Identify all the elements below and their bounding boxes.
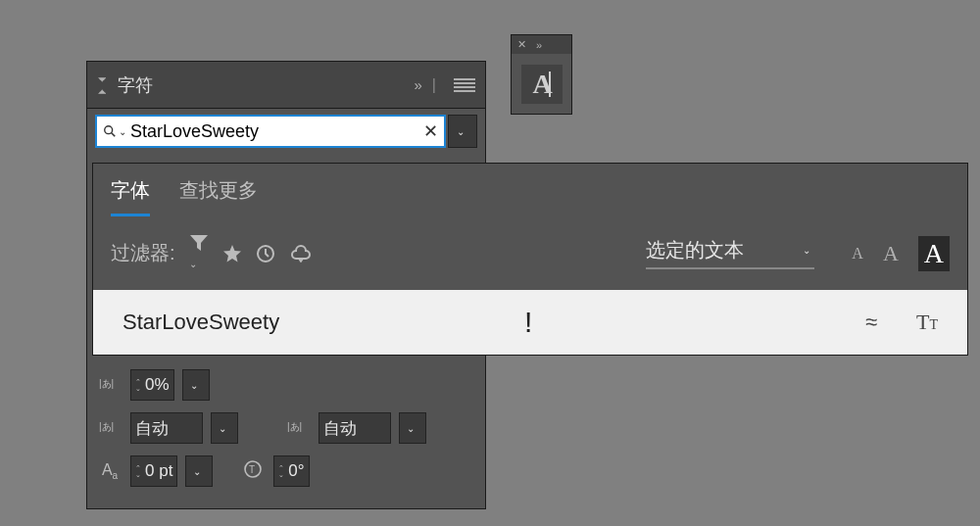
font-result-sample: ! [524, 306, 865, 339]
expand-right-icon[interactable]: » [415, 76, 422, 93]
text-tool-panel: ✕ » A [511, 34, 572, 115]
font-picker-flyout: 字体 查找更多 过滤器: ⌄ 选定的文本 ⌄ A A A StarLoveSwe… [92, 163, 968, 356]
filter-funnel-icon[interactable]: ⌄ [189, 234, 209, 272]
svg-text:|あ|: |あ| [99, 421, 114, 432]
cursor-indicator [549, 72, 551, 97]
font-dropdown-button[interactable]: ⌄ [448, 115, 477, 148]
chevron-down-icon: ⌄ [219, 423, 226, 434]
rotation-icon: T [240, 458, 266, 484]
kerning-right-icon: |あ| [285, 418, 311, 438]
expand-right-icon[interactable]: » [536, 39, 542, 51]
kerning-icon: |あ| [97, 418, 122, 438]
chevron-down-icon: ⌄ [803, 245, 810, 256]
svg-line-1 [112, 133, 116, 137]
tab-find-more[interactable]: 查找更多 [179, 177, 258, 216]
stepper-icon[interactable]: ⌃⌄ [135, 378, 141, 392]
font-picker-tabs: 字体 查找更多 [93, 164, 967, 216]
panel-title: 字符 [118, 73, 405, 97]
chevron-down-icon: ⌄ [407, 423, 415, 434]
font-search-field[interactable]: ⌄ ✕ [95, 115, 446, 148]
kerning-right-input[interactable]: 自动 [318, 412, 391, 444]
font-result-row[interactable]: StarLoveSweety ! ≈ TT [93, 290, 967, 355]
svg-text:|あ|: |あ| [99, 378, 114, 389]
preview-size-large[interactable]: A [918, 236, 950, 271]
preview-size-medium[interactable]: A [883, 241, 899, 266]
character-controls: |あ| ⌃⌄ 0% ⌄ |あ| 自动 ⌄ |あ| 自动 ⌄ [87, 359, 485, 508]
baseline-shift-input[interactable]: ⌃⌄ 0 pt [130, 455, 177, 487]
font-search-input[interactable] [130, 121, 423, 142]
text-tool-panel-header: ✕ » [512, 35, 571, 54]
tab-fonts[interactable]: 字体 [111, 177, 150, 216]
text-tool-body: A [512, 54, 571, 114]
recent-clock-icon[interactable] [256, 244, 275, 263]
similar-fonts-icon[interactable]: ≈ [865, 310, 877, 335]
text-cursor-icon[interactable]: A [521, 65, 563, 104]
chevron-down-icon: ⌄ [193, 466, 201, 477]
preview-size-buttons: A A A [852, 236, 950, 271]
cloud-sync-icon[interactable] [289, 245, 313, 263]
font-filter-row: 过滤器: ⌄ 选定的文本 ⌄ A A A [93, 216, 967, 290]
favorite-star-icon[interactable] [222, 244, 242, 263]
tracking-icon: |あ| [97, 375, 122, 395]
kerning-right-dropdown[interactable]: ⌄ [399, 412, 426, 444]
svg-text:T: T [249, 464, 255, 475]
chevron-down-icon: ⌄ [457, 126, 465, 137]
font-search-row: ⌄ ✕ ⌄ [87, 109, 485, 154]
font-result-name: StarLoveSweety [122, 310, 524, 335]
svg-point-0 [105, 126, 113, 134]
close-icon[interactable]: ✕ [517, 38, 526, 51]
chevron-down-icon: ⌄ [190, 380, 198, 391]
tracking-input[interactable]: ⌃⌄ 0% [130, 369, 174, 401]
baseline-shift-dropdown[interactable]: ⌄ [185, 455, 213, 487]
search-mode-chevron-icon[interactable]: ⌄ [119, 126, 126, 137]
stepper-icon[interactable]: ⌃⌄ [278, 464, 284, 478]
collapse-icon[interactable]: ⏷⏶ [97, 73, 108, 97]
filter-label: 过滤器: [111, 240, 175, 266]
tracking-dropdown[interactable]: ⌄ [182, 369, 210, 401]
preview-text-select[interactable]: 选定的文本 ⌄ [646, 237, 814, 269]
font-result-actions: ≈ TT [865, 310, 938, 335]
kerning-left-dropdown[interactable]: ⌄ [211, 412, 238, 444]
svg-text:|あ|: |あ| [287, 421, 302, 432]
rotation-input[interactable]: ⌃⌄ 0° [273, 455, 309, 487]
character-panel-header[interactable]: ⏷⏶ 字符 » | [87, 62, 485, 109]
panel-menu-icon[interactable] [454, 78, 475, 92]
stepper-icon[interactable]: ⌃⌄ [135, 464, 141, 478]
kerning-left-input[interactable]: 自动 [130, 412, 203, 444]
preview-size-small[interactable]: A [852, 245, 863, 263]
baseline-shift-icon: Aa [97, 461, 122, 481]
clear-icon[interactable]: ✕ [423, 120, 438, 142]
font-type-icon[interactable]: TT [916, 310, 938, 335]
search-icon [103, 124, 117, 138]
